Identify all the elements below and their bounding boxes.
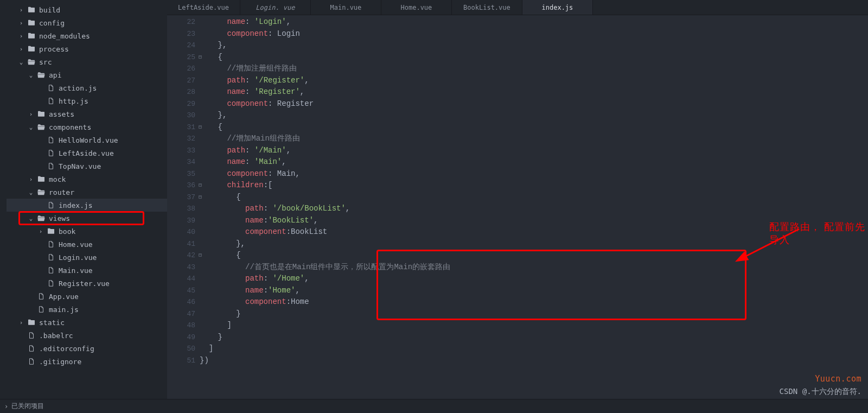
folder-book[interactable]: ›book [7,225,167,238]
file-icon [47,162,55,170]
tree-item-label: static [39,319,65,327]
file-action-js[interactable]: ›action.js [7,81,167,94]
folder-mock[interactable]: ›mock [7,173,167,186]
code-line[interactable]: //增加Main组件路由 [200,133,868,145]
code-line[interactable]: path: '/Home', [200,273,868,285]
tree-item-label: .editorconfig [39,345,94,353]
code-line[interactable]: component: Main, [200,168,868,180]
folder-icon [27,5,36,14]
code-line[interactable]: }, [200,40,868,52]
folder-router[interactable]: ⌄router [7,186,167,199]
folder-build[interactable]: ›build [7,3,167,16]
file-LeftAside-vue[interactable]: ›LeftAside.vue [7,147,167,160]
code-line[interactable]: name: 'Login', [200,16,868,28]
code-line[interactable]: { [200,52,868,63]
line-number: 28 [167,86,200,98]
file-App-vue[interactable]: ›App.vue [7,290,167,303]
code-line[interactable]: component:Home [200,296,868,308]
code-line[interactable]: component: Login [200,28,868,40]
file--gitignore[interactable]: ›.gitignore [7,355,167,368]
tab-label: BookList.vue [463,4,510,11]
folder-api[interactable]: ⌄api [7,68,167,81]
file-TopNav-vue[interactable]: ›TopNav.vue [7,160,167,173]
file-Login-vue[interactable]: ›Login.vue [7,251,167,264]
code-line[interactable]: //首页也是在Main组件中显示，所以配置为Main的嵌套路由 [200,262,868,274]
line-number: 34 [167,156,200,168]
chevron-down-icon[interactable]: ⌄ [18,59,24,66]
code-line[interactable]: { [200,122,868,134]
code-line[interactable]: path: '/Register', [200,75,868,87]
code-line[interactable]: name: 'Register', [200,86,868,98]
code-content[interactable]: name: 'Login', component: Login }, { //增… [200,15,868,413]
code-line[interactable]: }, [200,238,868,250]
chevron-right-icon[interactable]: › [18,7,24,14]
code-line[interactable]: path: '/book/BookList', [200,203,868,215]
code-line[interactable]: name:'Home', [200,285,868,297]
chevron-right-icon[interactable]: › [28,111,34,118]
file-http-js[interactable]: ›http.js [7,94,167,107]
code-line[interactable]: } [200,308,868,320]
folder-icon [37,110,46,118]
code-line[interactable]: component:BookList [200,226,868,238]
tab-Main-vue[interactable]: Main.vue [311,0,381,15]
code-line[interactable]: path: '/Main', [200,145,868,157]
code-line[interactable]: name:'BookList', [200,215,868,227]
folder-node_modules[interactable]: ›node_modules [7,29,167,42]
file-Main-vue[interactable]: ›Main.vue [7,264,167,277]
chevron-right-icon[interactable]: › [18,46,24,53]
chevron-right-icon[interactable]: › [18,20,24,27]
tab-index-js[interactable]: index.js [522,0,593,15]
status-project-label[interactable]: 已关闭项目 [11,402,44,411]
folder-src[interactable]: ⌄src [7,55,167,68]
code-line[interactable]: } [200,332,868,344]
file-HelloWorld-vue[interactable]: ›HelloWorld.vue [7,134,167,147]
file-icon [47,253,55,262]
tab-Home-vue[interactable]: Home.vue [381,0,452,15]
line-number: 47 [167,308,200,320]
folder-components[interactable]: ⌄components [7,120,167,134]
code-line[interactable]: { [200,192,868,204]
folder-icon [27,31,36,40]
file-index-js[interactable]: ›index.js [7,199,167,212]
folder-static[interactable]: ›static [7,316,167,329]
chevron-down-icon[interactable]: ⌄ [28,124,34,131]
code-line[interactable]: }) [200,355,868,367]
code-line[interactable]: component: Register [200,98,868,110]
tab-LeftAside-vue[interactable]: LeftAside.vue [167,0,240,15]
chevron-right-icon[interactable]: › [4,403,8,410]
code-line[interactable]: //增加注册组件路由 [200,63,868,75]
folder-process[interactable]: ›process [7,42,167,55]
code-editor[interactable]: 22232425⊟262728293031⊟3233343536⊟37⊟3839… [167,15,868,413]
tab-Login--vue[interactable]: Login. vue [240,0,311,15]
file-icon [47,149,55,157]
chevron-down-icon[interactable]: ⌄ [28,189,34,196]
file-Home-vue[interactable]: ›Home.vue [7,238,167,251]
code-line[interactable]: { [200,250,868,262]
file--editorconfig[interactable]: ›.editorconfig [7,342,167,355]
folder-assets[interactable]: ›assets [7,107,167,120]
chevron-right-icon[interactable]: › [38,228,43,235]
line-number: 35 [167,168,200,180]
folder-config[interactable]: ›config [7,16,167,29]
line-number: 45 [167,285,200,297]
chevron-right-icon[interactable]: › [28,176,34,183]
line-number: 26 [167,63,200,75]
file-Register-vue[interactable]: ›Register.vue [7,277,167,290]
chevron-right-icon[interactable]: › [18,319,24,326]
code-line[interactable]: }, [200,110,868,122]
chevron-down-icon[interactable]: ⌄ [28,215,34,222]
tree-item-label: Main.vue [59,266,93,275]
code-line[interactable]: ] [200,343,868,355]
folder-views[interactable]: ⌄views [7,212,167,225]
code-line[interactable]: ] [200,320,868,332]
code-line[interactable]: name: 'Main', [200,156,868,168]
chevron-right-icon[interactable]: › [18,33,24,40]
code-line[interactable]: children:[ [200,180,868,192]
tree-item-label: http.js [59,97,88,105]
tab-BookList-vue[interactable]: BookList.vue [452,0,522,15]
tree-item-label: config [39,19,65,27]
chevron-down-icon[interactable]: ⌄ [28,72,34,79]
tree-item-label: LeftAside.vue [59,149,114,157]
file--babelrc[interactable]: ›.babelrc [7,329,167,342]
file-main-js[interactable]: ›main.js [7,303,167,316]
